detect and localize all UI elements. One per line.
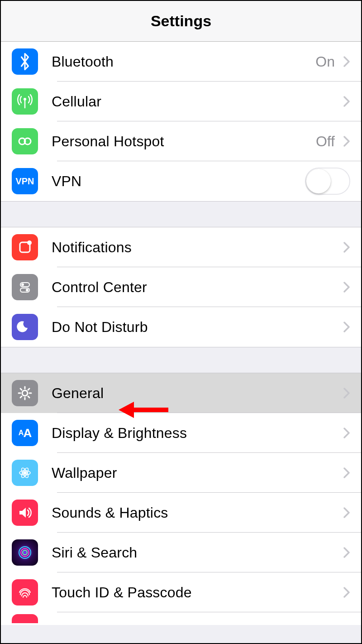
svg-point-23 [21,548,29,557]
svg-point-18 [24,471,26,474]
row-label: Wallpaper [52,465,340,481]
row-control-center[interactable]: Control Center [1,267,361,307]
svg-line-15 [28,396,29,398]
chevron-icon [340,56,353,67]
svg-point-9 [22,390,28,396]
chevron-icon [340,388,353,399]
row-label: Control Center [52,279,340,296]
chevron-icon [340,322,353,332]
control-center-icon [12,274,38,300]
svg-line-14 [20,389,22,390]
row-siri-search[interactable]: Siri & Search [1,533,361,572]
display-icon: AA [12,420,38,446]
settings-group-device: General AA Display & Brightness Wallpape… [1,373,361,625]
do-not-disturb-icon [12,314,38,340]
chevron-icon [340,428,353,438]
row-label: Siri & Search [52,544,340,561]
cellular-icon [12,88,38,115]
chevron-icon [340,96,353,107]
settings-group-system: Notifications Control Center Do Not Dist… [1,227,361,347]
svg-point-24 [23,550,27,555]
touchid-icon [12,579,38,606]
row-label: Display & Brightness [52,425,340,442]
svg-point-0 [24,98,26,101]
vpn-toggle[interactable] [305,168,350,195]
row-label: Notifications [52,239,340,256]
row-touchid-passcode[interactable]: Touch ID & Passcode [1,572,361,612]
chevron-icon [340,547,353,558]
row-label: Do Not Disturb [52,319,340,336]
svg-point-6 [21,284,24,286]
svg-point-4 [27,240,32,245]
row-bluetooth[interactable]: Bluetooth On [1,42,361,82]
notifications-icon [12,234,38,260]
wallpaper-icon [12,460,38,486]
navbar: Settings [1,1,361,42]
chevron-icon [340,136,353,147]
page-title: Settings [151,12,211,30]
chevron-icon [340,282,353,293]
svg-line-17 [28,389,29,390]
settings-group-connectivity: Bluetooth On Cellular Personal Hotspot O… [1,42,361,202]
hotspot-icon [12,128,38,154]
row-partial[interactable] [1,612,361,625]
sounds-icon [12,500,38,526]
settings-screen: Settings Bluetooth On Cellular [0,0,362,644]
svg-point-8 [26,289,29,292]
row-label: General [52,385,340,402]
row-value: Off [316,133,335,150]
chevron-icon [340,587,353,598]
general-icon [12,380,38,406]
row-personal-hotspot[interactable]: Personal Hotspot Off [1,121,361,161]
partial-icon [12,614,38,623]
row-label: Cellular [52,93,340,110]
row-cellular[interactable]: Cellular [1,82,361,121]
row-general[interactable]: General [1,373,361,413]
row-label: Bluetooth [52,53,315,70]
row-label: Touch ID & Passcode [52,584,340,601]
chevron-icon [340,507,353,518]
row-label: VPN [52,173,305,190]
vpn-icon: VPN [12,168,38,194]
row-display-brightness[interactable]: AA Display & Brightness [1,413,361,453]
row-do-not-disturb[interactable]: Do Not Disturb [1,307,361,347]
row-sounds-haptics[interactable]: Sounds & Haptics [1,493,361,533]
chevron-icon [340,242,353,253]
row-notifications[interactable]: Notifications [1,227,361,267]
row-wallpaper[interactable]: Wallpaper [1,453,361,493]
chevron-icon [340,467,353,478]
siri-icon [12,539,38,566]
row-value: On [315,53,335,70]
row-label: Personal Hotspot [52,133,316,150]
row-vpn[interactable]: VPN VPN [1,161,361,201]
svg-line-16 [20,396,22,398]
row-label: Sounds & Haptics [52,505,340,521]
bluetooth-icon [12,48,38,75]
